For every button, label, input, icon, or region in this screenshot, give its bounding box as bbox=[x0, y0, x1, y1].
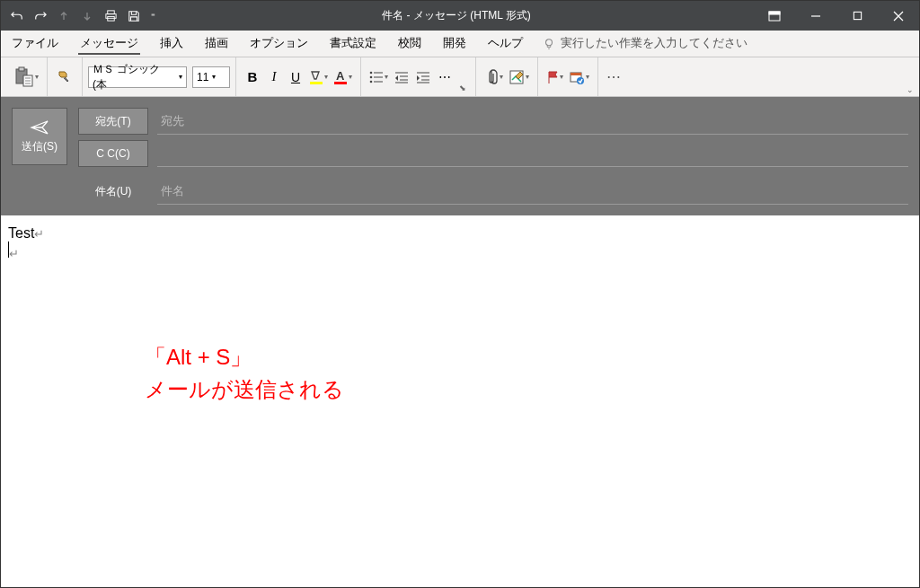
attach-file-button[interactable]: ▾ bbox=[482, 64, 506, 91]
italic-button[interactable]: I bbox=[263, 64, 285, 91]
message-body[interactable]: Test↵ ↵ 「Alt + S」 メールが送信される bbox=[1, 215, 919, 587]
more-formatting-icon[interactable]: ⋯ bbox=[434, 64, 456, 91]
title-bar: ⁼ 件名 - メッセージ (HTML 形式) bbox=[1, 1, 919, 31]
dialog-launcher-icon[interactable]: ⬊ bbox=[456, 83, 470, 92]
ribbon: ▾ ＭＳ ゴシック (本▾ 11▾ B I U ▾ bbox=[1, 57, 919, 97]
decrease-indent-button[interactable] bbox=[391, 64, 412, 91]
format-painter-button[interactable] bbox=[53, 64, 76, 91]
svg-rect-4 bbox=[769, 12, 780, 14]
tell-me-search[interactable]: 実行したい作業を入力してください bbox=[534, 36, 756, 51]
svg-text:A: A bbox=[336, 69, 345, 83]
paragraph-mark-icon: ↵ bbox=[34, 227, 44, 241]
font-family-combo[interactable]: ＭＳ ゴシック (本▾ bbox=[88, 66, 187, 88]
signature-button[interactable]: ▾ bbox=[506, 64, 532, 91]
minimize-button[interactable] bbox=[795, 1, 836, 31]
font-color-button[interactable]: A ▾ bbox=[331, 64, 355, 91]
ribbon-display-icon[interactable] bbox=[754, 1, 795, 31]
menu-options[interactable]: オプション bbox=[239, 31, 319, 57]
send-icon bbox=[30, 119, 49, 136]
compose-header: 送信(S) 宛先(T) C C(C) 件名(U) bbox=[1, 97, 919, 215]
body-line-1: Test bbox=[8, 225, 34, 241]
save-icon[interactable] bbox=[123, 4, 145, 29]
highlight-color-button[interactable]: ▾ bbox=[306, 64, 331, 91]
qat-customize-icon[interactable]: ⁼ bbox=[146, 4, 159, 29]
send-label: 送信(S) bbox=[22, 139, 58, 154]
menu-developer[interactable]: 開発 bbox=[432, 31, 477, 57]
svg-rect-12 bbox=[19, 67, 24, 71]
svg-rect-6 bbox=[854, 12, 861, 19]
menu-file[interactable]: ファイル bbox=[1, 31, 69, 57]
bullets-button[interactable]: ▾ bbox=[367, 64, 391, 91]
close-button[interactable] bbox=[878, 1, 919, 31]
to-button[interactable]: 宛先(T) bbox=[78, 108, 148, 135]
increase-indent-button[interactable] bbox=[412, 64, 434, 91]
send-button[interactable]: 送信(S) bbox=[12, 108, 67, 165]
svg-rect-19 bbox=[334, 82, 347, 84]
print-icon[interactable] bbox=[100, 4, 121, 29]
window-title: 件名 - メッセージ (HTML 形式) bbox=[159, 8, 754, 23]
svg-rect-0 bbox=[107, 11, 114, 14]
collapse-ribbon-icon[interactable]: ⌄ bbox=[907, 85, 914, 94]
paragraph-mark-icon: ↵ bbox=[9, 247, 19, 260]
menu-message[interactable]: メッセージ bbox=[69, 31, 149, 57]
lightbulb-icon bbox=[543, 38, 555, 50]
cc-button[interactable]: C C(C) bbox=[78, 140, 148, 167]
bold-button[interactable]: B bbox=[242, 64, 263, 91]
subject-label: 件名(U) bbox=[78, 184, 148, 199]
svg-point-22 bbox=[370, 75, 373, 78]
tell-me-label: 実行したい作業を入力してください bbox=[561, 36, 748, 51]
font-size-combo[interactable]: 11▾ bbox=[192, 66, 230, 88]
svg-point-9 bbox=[546, 39, 553, 45]
menu-help[interactable]: ヘルプ bbox=[477, 31, 534, 57]
svg-point-24 bbox=[370, 80, 373, 83]
assign-policy-button[interactable]: ▾ bbox=[566, 64, 592, 91]
menu-bar: ファイル メッセージ 挿入 描画 オプション 書式設定 校閲 開発 ヘルプ 実行… bbox=[1, 31, 919, 57]
svg-point-20 bbox=[370, 71, 373, 74]
font-size-value: 11 bbox=[197, 71, 208, 83]
menu-review[interactable]: 校閲 bbox=[387, 31, 432, 57]
subject-field[interactable] bbox=[157, 178, 908, 205]
menu-format[interactable]: 書式設定 bbox=[319, 31, 387, 57]
menu-insert[interactable]: 挿入 bbox=[149, 31, 194, 57]
annotation-line-1: 「Alt + S」 bbox=[145, 341, 344, 373]
undo-icon[interactable] bbox=[6, 4, 28, 29]
svg-rect-17 bbox=[310, 82, 323, 84]
maximize-button[interactable] bbox=[836, 1, 878, 31]
underline-button[interactable]: U bbox=[285, 64, 306, 91]
overflow-button[interactable]: ⋯ bbox=[604, 64, 625, 91]
prev-item-icon bbox=[53, 4, 75, 29]
annotation-line-2: メールが送信される bbox=[145, 373, 344, 406]
to-field[interactable] bbox=[157, 108, 908, 135]
next-item-icon bbox=[76, 4, 98, 29]
cc-field[interactable] bbox=[157, 140, 908, 167]
redo-icon[interactable] bbox=[30, 4, 51, 29]
font-family-value: ＭＳ ゴシック (本 bbox=[93, 62, 175, 92]
paste-button[interactable]: ▾ bbox=[12, 64, 41, 91]
svg-rect-36 bbox=[571, 73, 581, 75]
menu-draw[interactable]: 描画 bbox=[194, 31, 239, 57]
follow-up-flag-button[interactable]: ▾ bbox=[544, 64, 566, 91]
overlay-annotation: 「Alt + S」 メールが送信される bbox=[145, 341, 344, 406]
